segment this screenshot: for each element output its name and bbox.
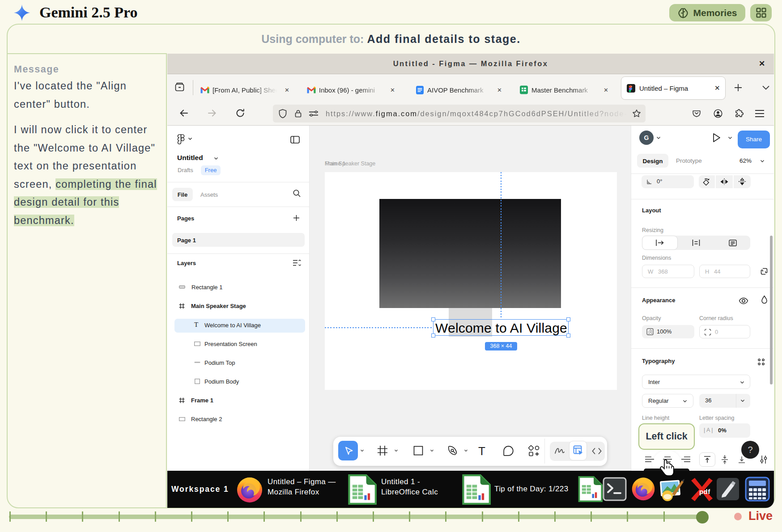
svg-text:pdf: pdf [699,488,710,495]
